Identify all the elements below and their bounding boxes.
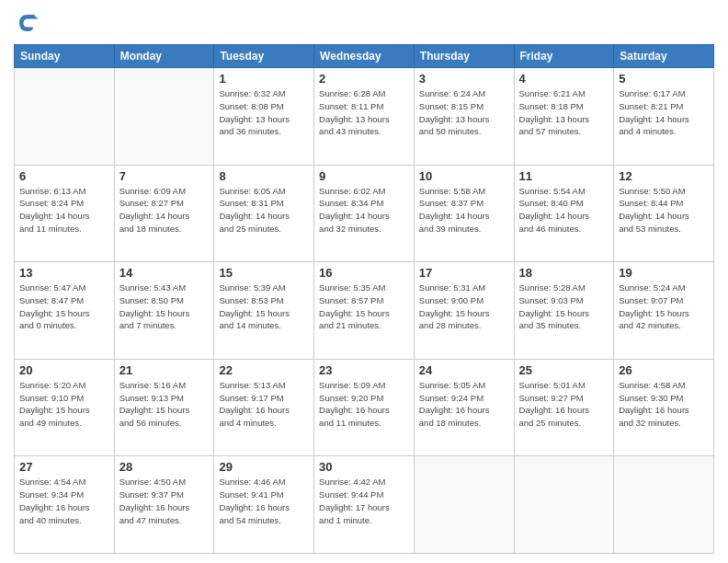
day-info: Sunrise: 5:20 AM Sunset: 9:10 PM Dayligh… xyxy=(19,379,109,430)
day-info: Sunrise: 5:47 AM Sunset: 8:47 PM Dayligh… xyxy=(19,282,109,332)
day-info: Sunrise: 6:24 AM Sunset: 8:15 PM Dayligh… xyxy=(419,87,509,138)
day-info: Sunrise: 5:24 AM Sunset: 9:07 PM Dayligh… xyxy=(619,282,709,332)
calendar-day-9: 9Sunrise: 6:02 AM Sunset: 8:34 PM Daylig… xyxy=(314,165,415,262)
day-info: Sunrise: 4:42 AM Sunset: 9:44 PM Dayligh… xyxy=(319,476,409,526)
calendar-day-empty xyxy=(114,68,214,166)
header xyxy=(14,9,714,37)
calendar-day-22: 22Sunrise: 5:13 AM Sunset: 9:17 PM Dayli… xyxy=(214,359,314,456)
calendar-day-15: 15Sunrise: 5:39 AM Sunset: 8:53 PM Dayli… xyxy=(214,262,314,360)
calendar-week-row: 1Sunrise: 6:32 AM Sunset: 8:08 PM Daylig… xyxy=(15,68,714,166)
day-info: Sunrise: 5:16 AM Sunset: 9:13 PM Dayligh… xyxy=(119,379,210,430)
day-number: 28 xyxy=(119,460,210,474)
calendar-day-28: 28Sunrise: 4:50 AM Sunset: 9:37 PM Dayli… xyxy=(114,456,214,554)
day-info: Sunrise: 5:43 AM Sunset: 8:50 PM Dayligh… xyxy=(119,282,210,332)
calendar-day-26: 26Sunrise: 4:58 AM Sunset: 9:30 PM Dayli… xyxy=(614,359,714,456)
calendar-week-row: 6Sunrise: 6:13 AM Sunset: 8:24 PM Daylig… xyxy=(15,165,714,262)
calendar-day-30: 30Sunrise: 4:42 AM Sunset: 9:44 PM Dayli… xyxy=(314,456,415,554)
calendar-header-monday: Monday xyxy=(114,45,214,68)
calendar-header-saturday: Saturday xyxy=(614,45,714,68)
calendar-day-17: 17Sunrise: 5:31 AM Sunset: 9:00 PM Dayli… xyxy=(414,262,514,360)
calendar-week-row: 20Sunrise: 5:20 AM Sunset: 9:10 PM Dayli… xyxy=(15,359,714,456)
day-number: 18 xyxy=(519,266,609,280)
calendar-day-6: 6Sunrise: 6:13 AM Sunset: 8:24 PM Daylig… xyxy=(15,165,115,262)
calendar-day-21: 21Sunrise: 5:16 AM Sunset: 9:13 PM Dayli… xyxy=(114,359,214,456)
day-number: 6 xyxy=(19,169,109,183)
day-info: Sunrise: 4:54 AM Sunset: 9:34 PM Dayligh… xyxy=(19,476,109,526)
day-info: Sunrise: 5:01 AM Sunset: 9:27 PM Dayligh… xyxy=(519,379,609,430)
calendar-day-7: 7Sunrise: 6:09 AM Sunset: 8:27 PM Daylig… xyxy=(114,165,214,262)
day-info: Sunrise: 5:31 AM Sunset: 9:00 PM Dayligh… xyxy=(419,282,509,332)
calendar-day-2: 2Sunrise: 6:28 AM Sunset: 8:11 PM Daylig… xyxy=(314,68,415,166)
day-info: Sunrise: 6:02 AM Sunset: 8:34 PM Dayligh… xyxy=(319,185,409,236)
calendar-day-8: 8Sunrise: 6:05 AM Sunset: 8:31 PM Daylig… xyxy=(214,165,314,262)
day-info: Sunrise: 5:54 AM Sunset: 8:40 PM Dayligh… xyxy=(519,185,609,236)
day-info: Sunrise: 6:09 AM Sunset: 8:27 PM Dayligh… xyxy=(119,185,210,236)
day-info: Sunrise: 6:05 AM Sunset: 8:31 PM Dayligh… xyxy=(219,185,309,236)
day-info: Sunrise: 5:09 AM Sunset: 9:20 PM Dayligh… xyxy=(319,379,409,430)
day-number: 10 xyxy=(419,169,509,183)
day-number: 16 xyxy=(319,266,409,280)
day-info: Sunrise: 5:50 AM Sunset: 8:44 PM Dayligh… xyxy=(619,185,709,236)
day-number: 11 xyxy=(519,169,609,183)
day-number: 5 xyxy=(619,72,709,86)
calendar-day-25: 25Sunrise: 5:01 AM Sunset: 9:27 PM Dayli… xyxy=(514,359,614,456)
day-number: 15 xyxy=(219,266,309,280)
calendar-day-1: 1Sunrise: 6:32 AM Sunset: 8:08 PM Daylig… xyxy=(214,68,314,166)
calendar-day-3: 3Sunrise: 6:24 AM Sunset: 8:15 PM Daylig… xyxy=(414,68,514,166)
calendar-week-row: 27Sunrise: 4:54 AM Sunset: 9:34 PM Dayli… xyxy=(15,456,714,554)
day-info: Sunrise: 5:39 AM Sunset: 8:53 PM Dayligh… xyxy=(219,282,309,332)
calendar-day-4: 4Sunrise: 6:21 AM Sunset: 8:18 PM Daylig… xyxy=(514,68,614,166)
calendar-day-empty xyxy=(614,456,714,554)
page: SundayMondayTuesdayWednesdayThursdayFrid… xyxy=(0,0,728,563)
day-number: 8 xyxy=(219,169,309,183)
calendar-day-23: 23Sunrise: 5:09 AM Sunset: 9:20 PM Dayli… xyxy=(314,359,415,456)
calendar-day-29: 29Sunrise: 4:46 AM Sunset: 9:41 PM Dayli… xyxy=(214,456,314,554)
day-info: Sunrise: 4:46 AM Sunset: 9:41 PM Dayligh… xyxy=(219,476,309,526)
day-number: 2 xyxy=(319,72,409,86)
calendar-day-13: 13Sunrise: 5:47 AM Sunset: 8:47 PM Dayli… xyxy=(15,262,115,360)
day-info: Sunrise: 6:13 AM Sunset: 8:24 PM Dayligh… xyxy=(19,185,109,236)
day-info: Sunrise: 5:05 AM Sunset: 9:24 PM Dayligh… xyxy=(419,379,509,430)
day-info: Sunrise: 5:28 AM Sunset: 9:03 PM Dayligh… xyxy=(519,282,609,332)
day-number: 26 xyxy=(619,363,709,377)
day-number: 12 xyxy=(619,169,709,183)
day-number: 1 xyxy=(219,72,309,86)
calendar-day-empty xyxy=(514,456,614,554)
day-number: 21 xyxy=(119,363,210,377)
calendar-week-row: 13Sunrise: 5:47 AM Sunset: 8:47 PM Dayli… xyxy=(15,262,714,360)
calendar-day-12: 12Sunrise: 5:50 AM Sunset: 8:44 PM Dayli… xyxy=(614,165,714,262)
day-info: Sunrise: 5:58 AM Sunset: 8:37 PM Dayligh… xyxy=(419,185,509,236)
day-number: 30 xyxy=(319,460,409,474)
calendar-header-tuesday: Tuesday xyxy=(214,45,314,68)
day-number: 24 xyxy=(419,363,509,377)
day-number: 14 xyxy=(119,266,210,280)
day-number: 4 xyxy=(519,72,609,86)
calendar-day-empty xyxy=(15,68,115,166)
day-info: Sunrise: 5:13 AM Sunset: 9:17 PM Dayligh… xyxy=(219,379,309,430)
calendar-day-10: 10Sunrise: 5:58 AM Sunset: 8:37 PM Dayli… xyxy=(414,165,514,262)
calendar-day-16: 16Sunrise: 5:35 AM Sunset: 8:57 PM Dayli… xyxy=(314,262,415,360)
calendar-header-wednesday: Wednesday xyxy=(314,45,415,68)
day-number: 13 xyxy=(19,266,109,280)
day-info: Sunrise: 6:28 AM Sunset: 8:11 PM Dayligh… xyxy=(319,87,409,138)
logo-icon xyxy=(14,9,41,37)
day-number: 23 xyxy=(319,363,409,377)
calendar-day-27: 27Sunrise: 4:54 AM Sunset: 9:34 PM Dayli… xyxy=(15,456,115,554)
day-info: Sunrise: 4:58 AM Sunset: 9:30 PM Dayligh… xyxy=(619,379,709,430)
day-number: 22 xyxy=(219,363,309,377)
day-number: 29 xyxy=(219,460,309,474)
day-info: Sunrise: 6:21 AM Sunset: 8:18 PM Dayligh… xyxy=(519,87,609,138)
day-number: 9 xyxy=(319,169,409,183)
day-info: Sunrise: 4:50 AM Sunset: 9:37 PM Dayligh… xyxy=(119,476,210,526)
calendar-day-5: 5Sunrise: 6:17 AM Sunset: 8:21 PM Daylig… xyxy=(614,68,714,166)
calendar-day-24: 24Sunrise: 5:05 AM Sunset: 9:24 PM Dayli… xyxy=(414,359,514,456)
day-info: Sunrise: 6:32 AM Sunset: 8:08 PM Dayligh… xyxy=(219,87,309,138)
calendar-day-14: 14Sunrise: 5:43 AM Sunset: 8:50 PM Dayli… xyxy=(114,262,214,360)
calendar-table: SundayMondayTuesdayWednesdayThursdayFrid… xyxy=(14,44,714,554)
calendar-day-19: 19Sunrise: 5:24 AM Sunset: 9:07 PM Dayli… xyxy=(614,262,714,360)
calendar-header-friday: Friday xyxy=(514,45,614,68)
calendar-day-empty xyxy=(414,456,514,554)
calendar-day-20: 20Sunrise: 5:20 AM Sunset: 9:10 PM Dayli… xyxy=(15,359,115,456)
calendar-header-row: SundayMondayTuesdayWednesdayThursdayFrid… xyxy=(15,45,714,68)
day-number: 7 xyxy=(119,169,210,183)
